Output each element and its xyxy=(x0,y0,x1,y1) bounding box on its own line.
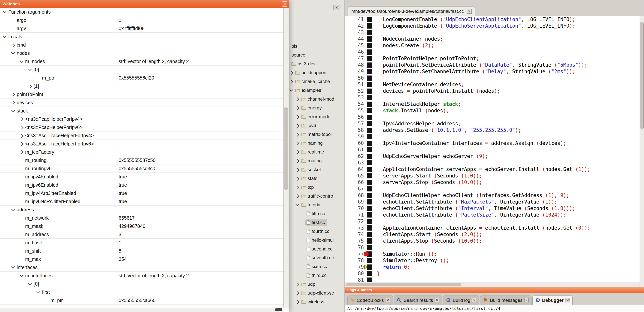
code-line[interactable]: 72 xyxy=(345,218,640,225)
chevron-right-icon[interactable] xyxy=(20,142,24,146)
log-tab-build-log[interactable]: ⚙Build log✕ xyxy=(443,296,479,305)
code-line[interactable]: 62 UdpEchoServerHelper echoServer (9); xyxy=(345,153,640,159)
code-line[interactable]: 67 xyxy=(345,185,640,192)
watch-row[interactable]: [0] xyxy=(0,66,284,74)
chevron-down-icon[interactable] xyxy=(11,207,15,211)
tree-item-routing[interactable]: routing xyxy=(289,156,344,165)
logs-panel-header[interactable]: Logs & others xyxy=(345,287,644,293)
tree-item-ols[interactable]: ols xyxy=(289,42,344,51)
watch-row[interactable]: m_ipv6NsRsJitterEnabledtrue xyxy=(0,197,284,206)
breakpoint-margin[interactable] xyxy=(367,23,372,28)
tree-item-sixth-cc[interactable]: sixth.cc xyxy=(289,262,344,271)
code-area[interactable]: 41 LogComponentEnable ("UdpEchoClientApp… xyxy=(345,16,640,282)
code-line[interactable]: 68 UdpEchoClientHelper echoClient (inter… xyxy=(345,192,640,198)
breakpoint-margin[interactable] xyxy=(367,49,372,55)
tree-item-realtime[interactable]: realtime xyxy=(289,148,344,156)
code-line[interactable]: 42 LogComponentEnable ("UdpEchoServerApp… xyxy=(345,23,640,29)
breakpoint-margin[interactable] xyxy=(367,232,372,237)
code-line[interactable]: 80} xyxy=(345,270,640,277)
chevron-right-icon[interactable] xyxy=(296,98,299,101)
breakpoint-margin[interactable] xyxy=(367,89,372,94)
code-line[interactable]: 59 xyxy=(345,133,640,140)
code-line[interactable]: 55 stack.Install (nodes); xyxy=(345,107,640,114)
breakpoint-margin[interactable] xyxy=(367,186,372,191)
code-line[interactable]: 52 devices = pointToPoint.Install (nodes… xyxy=(345,88,640,94)
watch-row[interactable]: argv0x7fffffffdf08 xyxy=(0,24,284,33)
breakpoint-margin[interactable] xyxy=(367,258,372,263)
breakpoint-margin[interactable] xyxy=(367,206,372,211)
watch-row[interactable]: stack xyxy=(0,107,284,115)
watch-row[interactable]: m_base1 xyxy=(0,239,284,247)
watch-row[interactable]: m_ipv4Enabledtrue xyxy=(0,173,284,181)
code-line[interactable]: 54 InternetStackHelper stack; xyxy=(345,101,640,107)
watch-row[interactable]: m_address3 xyxy=(0,230,284,239)
chevron-right-icon[interactable] xyxy=(28,85,32,88)
breakpoint-margin[interactable] xyxy=(367,193,372,198)
breakpoint-margin[interactable] xyxy=(367,128,372,133)
code-line[interactable]: 70 echoClient.SetAttribute ("Interval", … xyxy=(345,205,640,212)
tree-item-second-cc[interactable]: second.cc xyxy=(289,245,344,253)
tree-item-channel-mod[interactable]: channel-mod xyxy=(289,95,344,104)
watch-row[interactable]: <ns3::PcapHelperForIpv4> xyxy=(0,115,284,123)
tree-item-matrix-topol[interactable]: matrix-topol xyxy=(289,130,344,139)
breakpoint-margin[interactable] xyxy=(367,69,372,74)
watch-row[interactable]: argc1 xyxy=(0,16,284,24)
watches-titlebar[interactable]: Watches ✕ xyxy=(0,0,288,8)
watch-row[interactable]: m_routing0x555555587c50 xyxy=(0,156,284,164)
watch-row[interactable]: first xyxy=(0,288,284,296)
code-line[interactable]: 47 PointToPointHelper pointToPoint; xyxy=(345,55,640,62)
breakpoint-margin[interactable] xyxy=(367,238,372,244)
tree-item-buildsupport[interactable]: buildsupport xyxy=(289,68,344,77)
watch-row[interactable]: m_interfacesstd::vector of length 2, cap… xyxy=(0,272,284,280)
tree-item-third-cc[interactable]: third.cc xyxy=(289,271,344,280)
chevron-right-icon[interactable] xyxy=(296,151,299,154)
breakpoint-icon[interactable] xyxy=(364,251,369,256)
watch-row[interactable]: interfaces xyxy=(0,263,284,272)
breakpoint-margin[interactable] xyxy=(367,115,372,120)
watch-row[interactable]: address xyxy=(0,206,284,214)
chevron-right-icon[interactable] xyxy=(296,292,299,295)
tree-item-hello-simul[interactable]: hello-simul xyxy=(289,236,344,245)
breakpoint-margin[interactable] xyxy=(367,141,372,146)
watch-row[interactable]: nodes xyxy=(0,49,284,57)
code-line[interactable]: 81 xyxy=(345,277,640,282)
watches-horizontal-scrollbar[interactable] xyxy=(0,308,284,312)
scrollbar-thumb[interactable] xyxy=(640,22,644,129)
tree-item-tcp[interactable]: tcp xyxy=(289,183,344,192)
code-line[interactable]: 75 clientApps.Stop (Seconds (10.0)); xyxy=(345,238,640,244)
breakpoint-margin[interactable] xyxy=(367,147,372,152)
code-line[interactable]: 64 ApplicationContainer serverApps = ech… xyxy=(345,166,640,172)
code-line[interactable]: 43 xyxy=(345,29,640,36)
close-icon[interactable]: ✕ xyxy=(472,298,476,303)
code-line[interactable]: 61 xyxy=(345,147,640,153)
scrollbar-thumb[interactable] xyxy=(284,108,288,190)
watches-vertical-scrollbar[interactable] xyxy=(284,8,288,308)
tree-item-traffic-contro[interactable]: traffic-contro xyxy=(289,192,344,200)
breakpoint-margin[interactable] xyxy=(367,180,372,185)
code-line[interactable]: 58 address.SetBase ("10.1.1.0", "255.255… xyxy=(345,127,640,133)
breakpoint-margin[interactable] xyxy=(367,219,372,224)
breakpoint-margin[interactable] xyxy=(367,167,372,172)
chevron-right-icon[interactable] xyxy=(296,106,299,110)
code-line[interactable]: 56 xyxy=(345,114,640,120)
tree-item-energy[interactable]: energy xyxy=(289,104,344,112)
watch-row[interactable]: m_nodesstd::vector of length 2, capacity… xyxy=(0,57,284,66)
tree-item-error-model[interactable]: error-model xyxy=(289,112,344,121)
chevron-right-icon[interactable] xyxy=(296,168,299,172)
watch-row[interactable]: cmd xyxy=(0,41,284,49)
editor-tab-close-icon[interactable]: ✕ xyxy=(467,9,472,14)
code-line[interactable]: 45 nodes.Create (2); xyxy=(345,42,640,49)
chevron-right-icon[interactable] xyxy=(296,300,299,304)
code-line[interactable]: 77 Simulator::Run (); xyxy=(345,251,640,257)
code-line[interactable]: 46 xyxy=(345,49,640,55)
code-line[interactable]: 57 Ipv4AddressHelper address; xyxy=(345,120,640,127)
tree-item-fourth-cc[interactable]: fourth.cc xyxy=(289,227,344,236)
breakpoint-margin[interactable] xyxy=(367,278,372,282)
chevron-right-icon[interactable] xyxy=(296,115,299,119)
tree-item-examples[interactable]: examples xyxy=(289,86,344,95)
watch-row[interactable]: m_routingv60x5555555cd3c0 xyxy=(0,164,284,173)
chevron-right-icon[interactable] xyxy=(296,186,299,189)
tree-item-tutorial[interactable]: tutorial xyxy=(289,200,344,209)
chevron-down-icon[interactable] xyxy=(36,290,40,294)
chevron-right-icon[interactable] xyxy=(11,101,15,105)
